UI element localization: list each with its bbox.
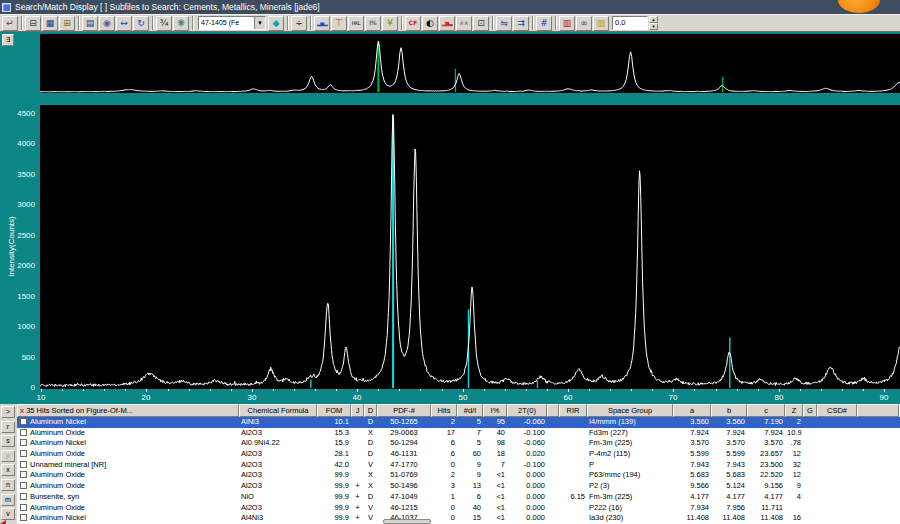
capture-button[interactable]: ◉ <box>99 16 115 31</box>
column-header-blank[interactable] <box>547 404 559 417</box>
row-checkbox[interactable] <box>20 493 27 500</box>
refresh-button[interactable]: ↻ <box>133 16 149 31</box>
offset-input[interactable]: 0.0 <box>612 16 648 30</box>
hkl-button[interactable]: HKL <box>348 16 364 31</box>
save-button[interactable]: ▦ <box>42 16 58 31</box>
table-tool-x-button[interactable]: x <box>1 464 15 476</box>
toolbar: ↵⊟▦⊞▤◉↔↻¾❋47-1405 (Fe▼◆÷▂▅▂⊤HKLI%¥CF◐▂▆▃… <box>0 14 900 31</box>
row-checkbox[interactable] <box>20 471 27 478</box>
cf-button[interactable]: CF <box>405 16 421 31</box>
column-header-a[interactable]: a <box>673 404 711 417</box>
column-header-b[interactable]: b <box>711 404 747 417</box>
peak-id-button[interactable]: ⊤ <box>331 16 347 31</box>
table-tool-r-button[interactable]: r <box>1 421 15 433</box>
table-row[interactable]: Aluminum OxideAl2O399.9+V46-1215040<10.0… <box>17 503 900 514</box>
x-tick-mark <box>779 389 780 392</box>
x-tick-mark <box>800 389 801 391</box>
table-tool-s-button[interactable]: s <box>1 435 15 447</box>
row-checkbox[interactable] <box>20 482 27 489</box>
table-tool->-button[interactable]: > <box>1 406 15 418</box>
gem-button[interactable]: ◆ <box>268 16 284 31</box>
cell: 12 <box>785 449 803 460</box>
cell <box>351 428 364 439</box>
sort-marker-icon: x <box>20 406 24 415</box>
table-tool-p-button[interactable]: p <box>1 450 15 462</box>
x-tick-mark <box>399 389 400 391</box>
profile-button[interactable]: ∧∧ <box>456 16 472 31</box>
peaks-button[interactable]: ▂▅▂ <box>314 16 330 31</box>
palette-button[interactable]: ❋ <box>173 16 189 31</box>
column-header-z[interactable]: Z <box>785 404 803 417</box>
yellow-bars-button[interactable]: ▥ <box>593 16 609 31</box>
pan-horizontal-button[interactable]: ↔ <box>116 16 132 31</box>
pdf-select[interactable]: 47-1405 (Fe▼ <box>198 16 266 30</box>
print-report-button[interactable]: ⊞ <box>59 16 75 31</box>
table-row[interactable]: Aluminum OxideAl2O315.3X29-006317740-0.1… <box>17 428 900 439</box>
column-header-csd-[interactable]: CSD# <box>817 404 857 417</box>
chevron-down-icon[interactable]: ▼ <box>254 17 265 29</box>
row-checkbox[interactable] <box>20 418 27 425</box>
row-checkbox[interactable] <box>20 504 27 511</box>
row-checkbox[interactable] <box>20 450 27 457</box>
weight-infinity-button[interactable]: ∞ <box>576 16 592 31</box>
contrast-button[interactable]: ◐ <box>422 16 438 31</box>
spin-down-button[interactable]: ▼ <box>649 23 658 30</box>
column-header-rir[interactable]: RIR <box>559 404 587 417</box>
table-row[interactable]: Aluminum NickelAlNi310.1D50-12652595-0.0… <box>17 417 900 428</box>
column-header-space-group[interactable]: Space Group <box>587 404 673 417</box>
sets-button[interactable]: ¥ <box>382 16 398 31</box>
table-row[interactable]: Unnamed mineral [NR]Al2O342.0V47-1770097… <box>17 460 900 471</box>
number-button[interactable]: # <box>536 16 552 31</box>
table-tool-v-button[interactable]: v <box>1 508 15 520</box>
intensity-percent-button[interactable]: I% <box>365 16 381 31</box>
overview-chart[interactable] <box>40 34 900 93</box>
table-tool-m-button[interactable]: m <box>1 494 15 506</box>
cell: X <box>364 428 377 439</box>
overview-handle-button[interactable]: ∃ <box>2 34 14 46</box>
report-button[interactable]: ▤ <box>82 16 98 31</box>
row-checkbox[interactable] <box>20 439 27 446</box>
table-row[interactable]: Aluminum NickelAl4Ni399.9+V46-1037015<10… <box>17 513 900 524</box>
apply-button[interactable]: ↵ <box>2 16 18 31</box>
color-peaks-button[interactable]: ▂▆▃ <box>439 16 455 31</box>
print-button[interactable]: ⊟ <box>25 16 41 31</box>
column-header-chemical-formula[interactable]: Chemical Formula <box>239 404 317 417</box>
column-header-hits[interactable]: Hits <box>431 404 457 417</box>
table-row[interactable]: Aluminum OxideAl2O328.1D46-1131660180.02… <box>17 449 900 460</box>
column-header-2t-0-[interactable]: 2T(0) <box>507 404 547 417</box>
table-row[interactable]: Aluminum OxideAl2O399.9+X50-1496313<10.0… <box>17 481 900 492</box>
table-row[interactable]: Aluminum NickelAl0.9Ni4.2215.9D50-129465… <box>17 438 900 449</box>
red-bars-button[interactable]: ▥ <box>559 16 575 31</box>
row-checkbox[interactable] <box>20 429 27 436</box>
expand-right-button[interactable]: ⇉ <box>513 16 529 31</box>
column-header-pdf-[interactable]: PDF-# <box>377 404 431 417</box>
spin-up-button[interactable]: ▲ <box>649 16 658 23</box>
cell: 15.3 <box>317 428 351 439</box>
main-chart[interactable] <box>40 105 900 389</box>
row-checkbox[interactable] <box>20 461 27 468</box>
cell: 3.570 <box>673 438 711 449</box>
table-row[interactable]: Bunsenite, synNiO99.9+D47-104916<10.0006… <box>17 492 900 503</box>
column-header-fom[interactable]: FOM <box>317 404 351 417</box>
column-header-blank[interactable] <box>857 404 899 417</box>
column-header--d-i[interactable]: #d/I <box>457 404 483 417</box>
expand-left-button[interactable]: ⇋ <box>496 16 512 31</box>
x-tick-label: 90 <box>874 393 894 402</box>
spin-divide-button[interactable]: ÷ <box>291 16 307 31</box>
hscroll-thumb[interactable] <box>383 519 431 524</box>
fraction-button[interactable]: ¾ <box>156 16 172 31</box>
column-header-j[interactable]: J <box>351 404 364 417</box>
column-header-d[interactable]: D <box>364 404 377 417</box>
monitor-button[interactable]: ⊡ <box>473 16 489 31</box>
x-tick-mark <box>694 389 695 391</box>
row-checkbox[interactable] <box>20 514 27 521</box>
table-row[interactable]: Aluminum OxideAl2O399.9X51-076929<10.000… <box>17 470 900 481</box>
table-tool-n-button[interactable]: n <box>1 479 15 491</box>
column-header-35-hits-sorted-on-figure-of-m-[interactable]: x35 Hits Sorted on Figure-Of-M... <box>17 404 239 417</box>
column-header-g[interactable]: G <box>803 404 817 417</box>
column-header-i-[interactable]: I% <box>483 404 507 417</box>
cell: 60 <box>457 449 483 460</box>
cell: D <box>364 438 377 449</box>
toolbar-separator <box>310 16 312 30</box>
column-header-c[interactable]: c <box>747 404 785 417</box>
